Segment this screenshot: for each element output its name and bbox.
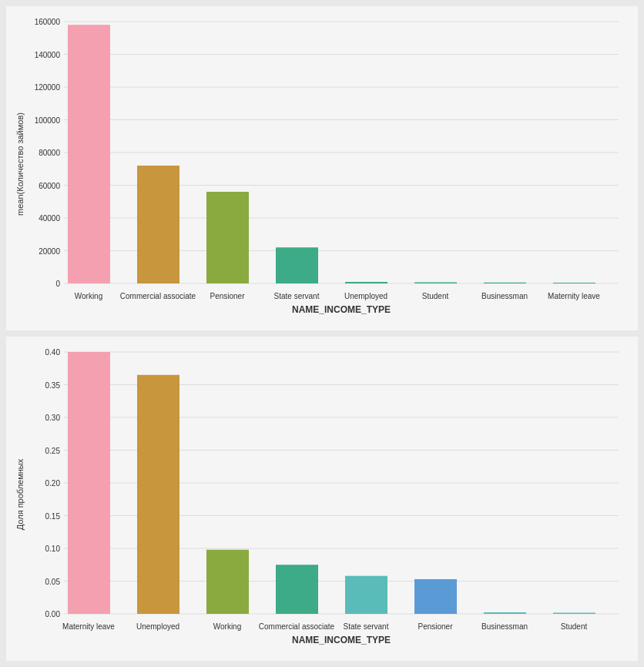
bar2-state-servant	[345, 576, 387, 614]
bar2-working	[206, 550, 249, 614]
svg-text:40000: 40000	[39, 214, 60, 223]
bar-unemployed	[345, 282, 387, 283]
svg-text:Unemployed: Unemployed	[344, 292, 387, 300]
svg-text:State servant: State servant	[344, 622, 389, 631]
svg-text:20000: 20000	[39, 247, 60, 256]
svg-text:Pensioner: Pensioner	[210, 292, 245, 300]
svg-text:160000: 160000	[35, 18, 61, 26]
svg-text:Working: Working	[213, 622, 242, 631]
chart2-panel: Доля проблемных 0.40 0.35 0.30 0.25 0.20…	[6, 337, 638, 661]
svg-text:Businessman: Businessman	[481, 292, 528, 300]
svg-text:0.20: 0.20	[45, 479, 61, 488]
svg-text:Unemployed: Unemployed	[136, 622, 179, 631]
chart1-x-title: NAME_INCOME_TYPE	[292, 304, 391, 315]
svg-text:Maternity leave: Maternity leave	[62, 622, 115, 631]
svg-text:0.30: 0.30	[45, 414, 61, 422]
main-container: mean(Количество займов) 160000 140000 12…	[0, 0, 644, 667]
svg-text:0.35: 0.35	[45, 381, 61, 390]
bar-pensioner	[206, 192, 249, 283]
bar-student	[414, 283, 457, 284]
svg-text:0.00: 0.00	[45, 610, 61, 618]
svg-text:Businessman: Businessman	[481, 622, 528, 631]
svg-text:Commercial associate: Commercial associate	[120, 292, 196, 300]
svg-text:Maternity leave: Maternity leave	[548, 292, 600, 300]
bar2-student	[553, 613, 595, 615]
svg-text:Student: Student	[422, 292, 449, 300]
chart2-y-label: Доля проблемных	[15, 458, 25, 530]
bar2-maternity	[68, 352, 110, 614]
svg-text:Student: Student	[561, 622, 588, 631]
bar2-commercial	[276, 565, 318, 614]
bar2-businessman	[484, 612, 526, 614]
svg-text:0.15: 0.15	[45, 512, 61, 521]
svg-text:Working: Working	[75, 292, 103, 300]
svg-text:100000: 100000	[35, 116, 61, 125]
svg-text:0.40: 0.40	[45, 348, 61, 357]
svg-text:80000: 80000	[39, 149, 60, 157]
bar-businessman	[484, 283, 526, 283]
svg-text:Pensioner: Pensioner	[418, 622, 453, 631]
svg-text:0.10: 0.10	[45, 545, 61, 553]
bar-maternity	[553, 283, 595, 283]
chart1-panel: mean(Количество займов) 160000 140000 12…	[6, 6, 638, 330]
svg-text:State servant: State servant	[274, 292, 320, 300]
svg-text:60000: 60000	[39, 182, 60, 190]
svg-text:0: 0	[55, 280, 60, 288]
chart1-y-label: mean(Количество займов)	[15, 112, 25, 216]
svg-text:Commercial associate: Commercial associate	[259, 622, 335, 631]
bar2-unemployed	[137, 375, 179, 614]
bar2-pensioner	[414, 579, 457, 614]
bar-working	[68, 25, 110, 283]
svg-text:120000: 120000	[35, 83, 61, 92]
bar-state-servant	[276, 247, 318, 283]
svg-text:140000: 140000	[35, 51, 61, 59]
svg-text:0.05: 0.05	[45, 578, 61, 586]
chart2-x-title: NAME_INCOME_TYPE	[292, 635, 391, 645]
bar-commercial	[137, 166, 179, 283]
svg-text:0.25: 0.25	[45, 447, 61, 455]
